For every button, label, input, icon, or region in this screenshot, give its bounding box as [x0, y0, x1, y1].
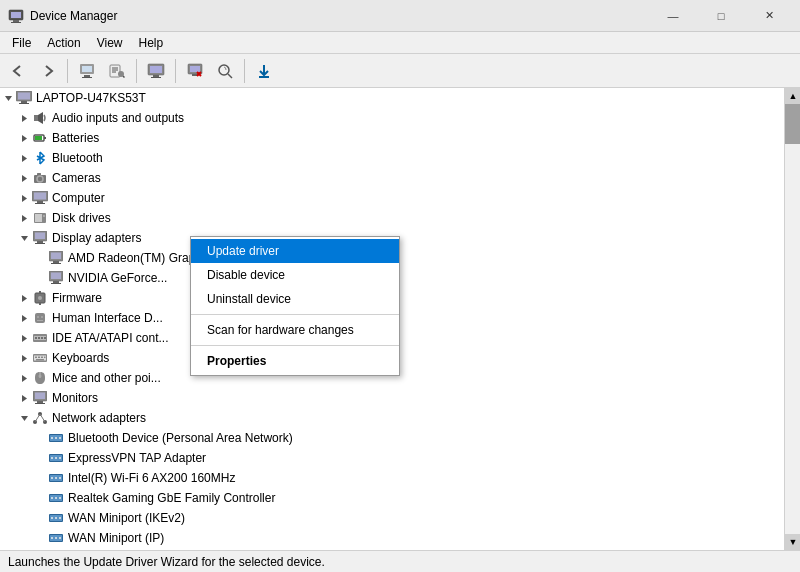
svg-rect-60 [51, 263, 61, 264]
tree-item-net2[interactable]: ExpressVPN TAP Adapter [0, 448, 784, 468]
svg-line-103 [40, 414, 45, 422]
download-button[interactable] [250, 57, 278, 85]
svg-marker-52 [21, 236, 28, 241]
tree-toggle-audio[interactable] [16, 110, 32, 126]
title-bar: Device Manager — □ ✕ [0, 0, 800, 32]
tree-toggle-ide[interactable] [16, 330, 32, 346]
svg-rect-50 [35, 214, 42, 222]
maximize-button[interactable]: □ [698, 1, 744, 31]
svg-point-118 [59, 477, 61, 479]
status-bar: Launches the Update Driver Wizard for th… [0, 550, 800, 572]
svg-rect-51 [43, 215, 45, 217]
close-button[interactable]: ✕ [746, 1, 792, 31]
tree-toggle-network[interactable] [16, 410, 32, 426]
tree-icon-bluetooth [32, 150, 48, 166]
tree-item-diskdrives[interactable]: Disk drives [0, 208, 784, 228]
svg-line-24 [228, 74, 232, 78]
svg-rect-97 [35, 403, 45, 404]
svg-point-132 [55, 537, 57, 539]
svg-rect-3 [11, 22, 21, 23]
tree-icon-speaker [32, 110, 48, 126]
minimize-button[interactable]: — [650, 1, 696, 31]
tree-item-audio[interactable]: Audio inputs and outputs [0, 108, 784, 128]
window-title: Device Manager [30, 9, 650, 23]
back-button[interactable] [4, 57, 32, 85]
tree-item-bluetooth[interactable]: Bluetooth [0, 148, 784, 168]
tree-label-net1: Bluetooth Device (Personal Area Network) [68, 431, 293, 445]
tree-item-batteries[interactable]: Batteries [0, 128, 784, 148]
tree-label-keyboards: Keyboards [52, 351, 109, 365]
scan-button[interactable] [211, 57, 239, 85]
tree-item-net5[interactable]: WAN Miniport (IKEv2) [0, 508, 784, 528]
tree-icon-ide [32, 330, 48, 346]
toolbar [0, 54, 800, 88]
context-menu-item-4[interactable]: Scan for hardware changes [191, 318, 399, 342]
properties2-button[interactable] [103, 57, 131, 85]
svg-point-67 [38, 296, 42, 300]
tree-label-net5: WAN Miniport (IKEv2) [68, 511, 185, 525]
tree-toggle-diskdrives[interactable] [16, 210, 32, 226]
svg-point-92 [39, 375, 42, 378]
tree-toggle-hid[interactable] [16, 310, 32, 326]
properties-button[interactable] [73, 57, 101, 85]
context-menu-item-6[interactable]: Properties [191, 349, 399, 373]
svg-point-107 [55, 437, 57, 439]
tree-item-cameras[interactable]: Cameras [0, 168, 784, 188]
context-menu-item-1[interactable]: Disable device [191, 263, 399, 287]
monitor-button[interactable] [142, 57, 170, 85]
svg-rect-2 [13, 20, 19, 22]
scroll-down-button[interactable]: ▼ [785, 534, 800, 550]
tree-item-monitors[interactable]: Monitors [0, 388, 784, 408]
tree-toggle-keyboards[interactable] [16, 350, 32, 366]
svg-rect-59 [53, 261, 59, 263]
tree-toggle-bluetooth[interactable] [16, 150, 32, 166]
tree-toggle-computer[interactable] [16, 190, 32, 206]
menu-view[interactable]: View [89, 34, 131, 52]
tree-item-net4[interactable]: Realtek Gaming GbE Family Controller [0, 488, 784, 508]
tree-item-net3[interactable]: Intel(R) Wi-Fi 6 AX200 160MHz [0, 468, 784, 488]
tree-toggle-root[interactable] [0, 90, 16, 106]
svg-rect-7 [82, 77, 92, 78]
tree-icon-mouse [32, 370, 48, 386]
tree-item-net1[interactable]: Bluetooth Device (Personal Area Network) [0, 428, 784, 448]
tree-icon-netdevice [48, 430, 64, 446]
svg-rect-68 [39, 291, 41, 293]
toolbar-separator-3 [175, 59, 176, 83]
scrollbar[interactable]: ▲ ▼ [784, 88, 800, 550]
tree-icon-hid [32, 310, 48, 326]
tree-toggle-monitors[interactable] [16, 390, 32, 406]
svg-point-123 [59, 497, 61, 499]
svg-point-128 [59, 517, 61, 519]
svg-marker-48 [22, 215, 27, 222]
menu-bar: File Action View Help [0, 32, 800, 54]
svg-rect-85 [35, 357, 37, 359]
tree-toggle-firmware[interactable] [16, 290, 32, 306]
tree-toggle-net5 [32, 510, 48, 526]
tree-label-displayadapters: Display adapters [52, 231, 141, 245]
tree-item-net7[interactable]: WAN Miniport (IPv6) [0, 548, 784, 550]
tree-label-bluetooth: Bluetooth [52, 151, 103, 165]
tree-icon-netdevice [48, 530, 64, 546]
tree-item-network[interactable]: Network adapters [0, 408, 784, 428]
context-menu-item-2[interactable]: Uninstall device [191, 287, 399, 311]
menu-help[interactable]: Help [131, 34, 172, 52]
scroll-track [785, 104, 800, 534]
scroll-up-button[interactable]: ▲ [785, 88, 800, 104]
svg-point-117 [55, 477, 57, 479]
forward-button[interactable] [34, 57, 62, 85]
tree-icon-device [48, 250, 64, 266]
tree-toggle-batteries[interactable] [16, 130, 32, 146]
menu-file[interactable]: File [4, 34, 39, 52]
tree-item-computer[interactable]: Computer [0, 188, 784, 208]
uninstall-button[interactable] [181, 57, 209, 85]
svg-marker-31 [22, 115, 27, 122]
menu-action[interactable]: Action [39, 34, 88, 52]
tree-toggle-cameras[interactable] [16, 170, 32, 186]
tree-toggle-mice[interactable] [16, 370, 32, 386]
scroll-thumb[interactable] [785, 104, 800, 144]
svg-point-79 [38, 337, 40, 339]
tree-toggle-displayadapters[interactable] [16, 230, 32, 246]
tree-item-root[interactable]: LAPTOP-U47KS53T [0, 88, 784, 108]
context-menu-item-0[interactable]: Update driver [191, 239, 399, 263]
tree-item-net6[interactable]: WAN Miniport (IP) [0, 528, 784, 548]
